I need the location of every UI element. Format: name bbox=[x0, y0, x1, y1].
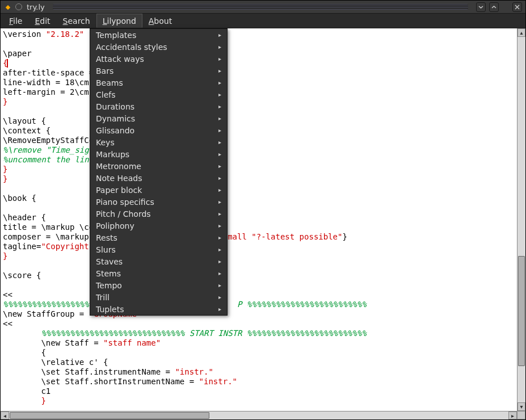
dropdown-item-label: Rests bbox=[96, 233, 117, 242]
submenu-arrow-icon: ▸ bbox=[218, 187, 221, 193]
dropdown-item-label: Paper block bbox=[96, 186, 142, 195]
submenu-arrow-icon: ▸ bbox=[218, 103, 221, 110]
dropdown-item-markups[interactable]: Markups▸ bbox=[90, 148, 227, 160]
submenu-arrow-icon: ▸ bbox=[218, 294, 221, 300]
submenu-arrow-icon: ▸ bbox=[218, 32, 221, 38]
dropdown-item-glissando[interactable]: Glissando▸ bbox=[90, 124, 227, 136]
menu-edit[interactable]: Edit bbox=[28, 14, 56, 28]
dropdown-item-templates[interactable]: Templates▸ bbox=[90, 29, 227, 41]
dropdown-item-label: Glissando bbox=[96, 126, 134, 135]
menu-edit-label: dit bbox=[40, 16, 50, 26]
submenu-arrow-icon: ▸ bbox=[218, 234, 221, 241]
dropdown-item-slurs[interactable]: Slurs▸ bbox=[90, 243, 227, 255]
dropdown-item-stems[interactable]: Stems▸ bbox=[90, 267, 227, 279]
vscroll-thumb[interactable] bbox=[518, 256, 525, 366]
dropdown-item-dynamics[interactable]: Dynamics▸ bbox=[90, 112, 227, 124]
scroll-left-button[interactable]: ◂ bbox=[1, 411, 9, 419]
dropdown-item-rests[interactable]: Rests▸ bbox=[90, 232, 227, 243]
dropdown-item-label: Beams bbox=[96, 78, 123, 87]
dropdown-item-label: Keys bbox=[96, 138, 115, 147]
dropdown-item-attack-ways[interactable]: Attack ways▸ bbox=[90, 53, 227, 65]
submenu-arrow-icon: ▸ bbox=[218, 127, 221, 133]
vertical-scrollbar[interactable]: ▴ ▾ bbox=[517, 28, 525, 411]
dropdown-item-label: Poliphony bbox=[96, 221, 134, 230]
dropdown-item-poliphony[interactable]: Poliphony▸ bbox=[90, 220, 227, 232]
dropdown-item-clefs[interactable]: Clefs▸ bbox=[90, 89, 227, 100]
dropdown-item-label: Accidentals styles bbox=[96, 43, 167, 52]
menu-about[interactable]: About bbox=[142, 14, 178, 28]
scroll-up-button[interactable]: ▴ bbox=[517, 28, 525, 37]
horizontal-scrollbar[interactable]: ◂ ▸ bbox=[1, 411, 517, 419]
submenu-arrow-icon: ▸ bbox=[218, 115, 221, 121]
scroll-down-button[interactable]: ▾ bbox=[517, 402, 525, 411]
submenu-arrow-icon: ▸ bbox=[218, 139, 221, 145]
submenu-arrow-icon: ▸ bbox=[218, 44, 221, 50]
dropdown-item-paper-block[interactable]: Paper block▸ bbox=[90, 184, 227, 196]
titlebar: ◆ try.ly bbox=[1, 1, 525, 14]
menu-search[interactable]: Search bbox=[57, 14, 96, 28]
dropdown-item-label: Note Heads bbox=[96, 174, 142, 183]
dropdown-item-bars[interactable]: Bars▸ bbox=[90, 65, 227, 77]
content-area: \version "2.18.2" \paper { after-title-s… bbox=[1, 28, 525, 419]
submenu-arrow-icon: ▸ bbox=[218, 79, 221, 86]
hscroll-thumb[interactable] bbox=[10, 412, 209, 419]
maximize-button[interactable] bbox=[489, 2, 499, 12]
vscroll-track[interactable] bbox=[517, 37, 525, 402]
window-frame: ◆ try.ly File Edit Search Lilypond About… bbox=[0, 0, 526, 420]
submenu-arrow-icon: ▸ bbox=[218, 91, 221, 98]
app-icon: ◆ bbox=[4, 3, 12, 11]
dropdown-item-piano-specifics[interactable]: Piano specifics▸ bbox=[90, 196, 227, 208]
dropdown-item-tempo[interactable]: Tempo▸ bbox=[90, 279, 227, 291]
lilypond-dropdown: Templates▸Accidentals styles▸Attack ways… bbox=[90, 28, 228, 316]
menu-file[interactable]: File bbox=[3, 14, 28, 28]
submenu-arrow-icon: ▸ bbox=[218, 306, 221, 312]
dropdown-item-accidentals-styles[interactable]: Accidentals styles▸ bbox=[90, 41, 227, 53]
dropdown-item-label: Pitch / Chords bbox=[96, 209, 151, 219]
dropdown-item-durations[interactable]: Durations▸ bbox=[90, 100, 227, 112]
scroll-corner bbox=[517, 411, 525, 419]
hscroll-track[interactable] bbox=[9, 411, 508, 419]
titlebar-grip[interactable] bbox=[53, 4, 468, 10]
menu-lilypond-label: ilypond bbox=[107, 16, 136, 26]
minimize-button[interactable] bbox=[476, 2, 486, 12]
dropdown-item-metronome[interactable]: Metronome▸ bbox=[90, 160, 227, 172]
editor-wrap: \version "2.18.2" \paper { after-title-s… bbox=[1, 28, 525, 411]
dropdown-item-label: Templates bbox=[96, 31, 136, 40]
submenu-arrow-icon: ▸ bbox=[218, 270, 221, 276]
submenu-arrow-icon: ▸ bbox=[218, 163, 221, 169]
dropdown-item-trill[interactable]: Trill▸ bbox=[90, 291, 227, 303]
dropdown-item-label: Staves bbox=[96, 257, 123, 266]
dropdown-item-label: Durations bbox=[96, 102, 134, 111]
dropdown-item-label: Dynamics bbox=[96, 114, 135, 123]
dropdown-item-label: Clefs bbox=[96, 90, 116, 99]
dropdown-item-label: Tempo bbox=[96, 281, 122, 290]
menu-search-label: earch bbox=[68, 16, 90, 26]
menu-lilypond[interactable]: Lilypond bbox=[96, 14, 142, 28]
dropdown-item-keys[interactable]: Keys▸ bbox=[90, 136, 227, 148]
submenu-arrow-icon: ▸ bbox=[218, 258, 221, 264]
close-button[interactable] bbox=[512, 2, 522, 12]
dropdown-item-beams[interactable]: Beams▸ bbox=[90, 77, 227, 89]
submenu-arrow-icon: ▸ bbox=[218, 282, 221, 288]
menubar: File Edit Search Lilypond About bbox=[1, 14, 525, 28]
submenu-arrow-icon: ▸ bbox=[218, 211, 221, 217]
submenu-arrow-icon: ▸ bbox=[218, 68, 221, 74]
dropdown-item-tuplets[interactable]: Tuplets▸ bbox=[90, 303, 227, 315]
dropdown-item-label: Tuplets bbox=[96, 305, 124, 314]
dropdown-item-label: Piano specifics bbox=[96, 198, 154, 207]
dropdown-item-label: Attack ways bbox=[96, 54, 144, 64]
spinner-icon bbox=[15, 3, 22, 10]
dropdown-item-staves[interactable]: Staves▸ bbox=[90, 255, 227, 267]
dropdown-item-pitch-chords[interactable]: Pitch / Chords▸ bbox=[90, 208, 227, 220]
dropdown-item-label: Stems bbox=[96, 269, 121, 278]
dropdown-item-label: Trill bbox=[96, 293, 110, 302]
text-cursor bbox=[7, 59, 8, 68]
submenu-arrow-icon: ▸ bbox=[218, 246, 221, 253]
dropdown-item-note-heads[interactable]: Note Heads▸ bbox=[90, 172, 227, 184]
code-editor[interactable]: \version "2.18.2" \paper { after-title-s… bbox=[1, 28, 517, 411]
scroll-right-button[interactable]: ▸ bbox=[508, 411, 517, 419]
dropdown-item-label: Bars bbox=[96, 66, 113, 75]
submenu-arrow-icon: ▸ bbox=[218, 151, 221, 157]
dropdown-item-label: Metronome bbox=[96, 162, 141, 171]
submenu-arrow-icon: ▸ bbox=[218, 222, 221, 229]
